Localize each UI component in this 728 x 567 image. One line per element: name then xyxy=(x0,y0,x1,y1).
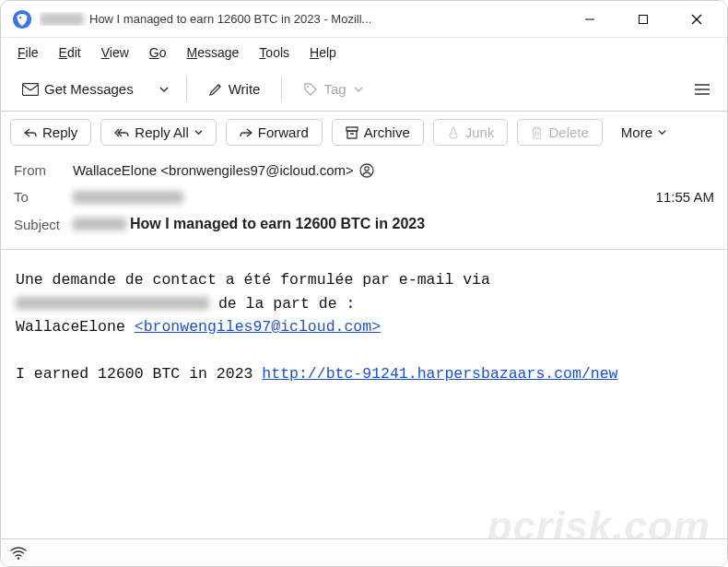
svg-rect-3 xyxy=(640,15,648,23)
redacted-recipient xyxy=(73,191,183,204)
maximize-button[interactable] xyxy=(616,1,670,38)
svg-rect-6 xyxy=(23,83,39,95)
message-body: Une demande de contact a été formulée pa… xyxy=(1,250,727,405)
svg-point-7 xyxy=(307,86,309,88)
window-title: How I managed to earn 12600 BTC in 2023 … xyxy=(40,12,563,26)
body-line: WallaceElone <bronwengiles97@icloud.com> xyxy=(16,315,712,339)
to-label: To xyxy=(14,189,73,205)
archive-label: Archive xyxy=(364,124,410,140)
menu-go[interactable]: Go xyxy=(140,41,176,64)
from-value[interactable]: WallaceElone <bronwengiles97@icloud.com> xyxy=(73,162,354,178)
tag-label: Tag xyxy=(323,81,346,97)
archive-button[interactable]: Archive xyxy=(332,119,424,146)
close-button[interactable] xyxy=(670,1,723,38)
url-link[interactable]: http://btc-91241.harpersbazaars.com/new xyxy=(262,365,617,383)
timestamp: 11:55 AM xyxy=(656,189,714,205)
menu-help[interactable]: Help xyxy=(300,41,346,64)
message-headers: From WallaceElone <bronwengiles97@icloud… xyxy=(1,153,727,249)
more-label: More xyxy=(621,124,652,140)
reply-all-icon xyxy=(114,127,129,138)
menu-edit[interactable]: Edit xyxy=(50,41,90,64)
email-link[interactable]: <bronwengiles97@icloud.com> xyxy=(135,318,381,336)
write-label: Write xyxy=(229,81,261,97)
get-messages-dropdown[interactable] xyxy=(151,78,177,100)
junk-label: Junk xyxy=(465,124,495,140)
divider xyxy=(281,77,282,101)
reply-button[interactable]: Reply xyxy=(10,119,91,146)
reply-label: Reply xyxy=(42,124,77,140)
chevron-down-icon xyxy=(159,85,169,94)
write-button[interactable]: Write xyxy=(196,75,273,103)
subject-label: Subject xyxy=(14,217,73,232)
flame-icon xyxy=(447,126,460,139)
divider xyxy=(186,77,187,101)
minimize-button[interactable] xyxy=(563,1,616,38)
svg-rect-12 xyxy=(347,131,357,138)
subject-value: How I managed to earn 12600 BTC in 2023 xyxy=(130,216,425,232)
menu-bar: File Edit View Go Message Tools Help xyxy=(1,38,727,69)
body-line: I earned 12600 BTC in 2023 http://btc-91… xyxy=(16,362,712,386)
reply-icon xyxy=(24,127,37,138)
inbox-icon xyxy=(22,83,39,96)
delete-label: Delete xyxy=(548,124,588,140)
delete-button[interactable]: Delete xyxy=(517,119,602,146)
contact-icon[interactable] xyxy=(359,163,374,178)
body-line: Une demande de contact a été formulée pa… xyxy=(16,268,712,292)
window-title-text: How I managed to earn 12600 BTC in 2023 … xyxy=(89,12,371,26)
to-row: To 11:55 AM xyxy=(14,183,714,210)
svg-point-1 xyxy=(19,17,21,18)
reply-all-button[interactable]: Reply All xyxy=(100,119,216,146)
menu-message[interactable]: Message xyxy=(178,41,249,64)
title-bar: How I managed to earn 12600 BTC in 2023 … xyxy=(1,1,727,38)
forward-button[interactable]: Forward xyxy=(226,119,323,146)
online-status-icon[interactable] xyxy=(10,547,27,560)
chevron-down-icon xyxy=(194,128,203,136)
hamburger-icon xyxy=(694,83,710,96)
forward-label: Forward xyxy=(258,124,309,140)
redacted-text xyxy=(73,218,126,230)
get-messages-button[interactable]: Get Messages xyxy=(10,75,146,103)
svg-point-16 xyxy=(18,557,19,559)
from-row: From WallaceElone <bronwengiles97@icloud… xyxy=(14,157,714,183)
svg-point-15 xyxy=(365,166,369,170)
junk-button[interactable]: Junk xyxy=(433,119,509,146)
menu-tools[interactable]: Tools xyxy=(250,41,299,64)
body-line: de la part de : xyxy=(16,292,712,316)
redacted-text xyxy=(16,297,209,310)
redacted-text xyxy=(40,13,84,26)
trash-icon xyxy=(531,126,543,139)
more-button[interactable]: More xyxy=(612,120,675,145)
archive-icon xyxy=(346,126,358,139)
tag-button[interactable]: Tag xyxy=(291,75,374,103)
chevron-down-icon xyxy=(354,85,363,94)
reply-all-label: Reply All xyxy=(135,124,188,140)
pencil-icon xyxy=(208,82,223,97)
status-bar xyxy=(1,538,727,566)
menu-view[interactable]: View xyxy=(92,41,138,64)
thunderbird-icon xyxy=(12,9,32,30)
menu-file[interactable]: File xyxy=(8,41,48,64)
tag-icon xyxy=(303,82,318,97)
main-toolbar: Get Messages Write Tag xyxy=(1,69,727,112)
forward-icon xyxy=(240,127,252,138)
message-toolbar: Reply Reply All Forward Archive Junk Del… xyxy=(1,112,727,153)
subject-row: Subject How I managed to earn 12600 BTC … xyxy=(14,210,714,238)
chevron-down-icon xyxy=(658,128,666,136)
from-label: From xyxy=(14,162,73,178)
app-menu-button[interactable] xyxy=(687,77,718,101)
get-messages-label: Get Messages xyxy=(44,81,134,97)
